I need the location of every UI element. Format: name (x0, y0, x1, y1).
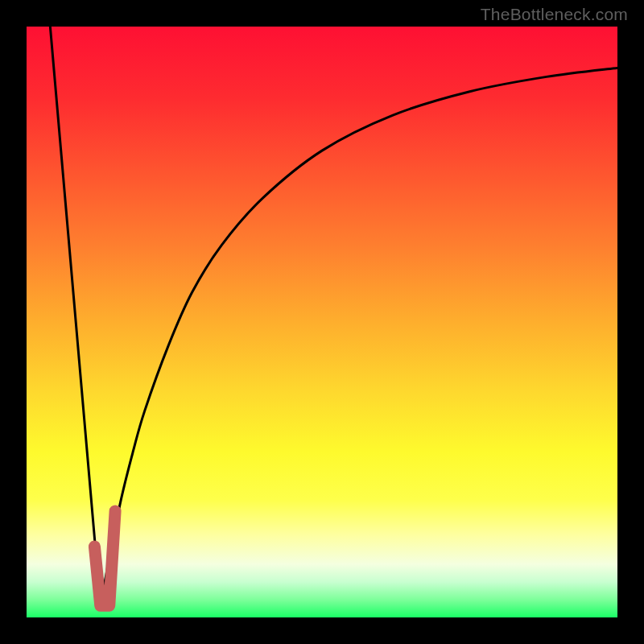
watermark-text: TheBottleneck.com (481, 5, 628, 24)
curve-right-branch (101, 68, 617, 605)
curve-left-branch (50, 27, 100, 605)
marker-selected-region (94, 511, 115, 605)
chart-curves (27, 27, 617, 617)
chart-frame: TheBottleneck.com (0, 0, 644, 644)
plot-area (27, 27, 617, 617)
